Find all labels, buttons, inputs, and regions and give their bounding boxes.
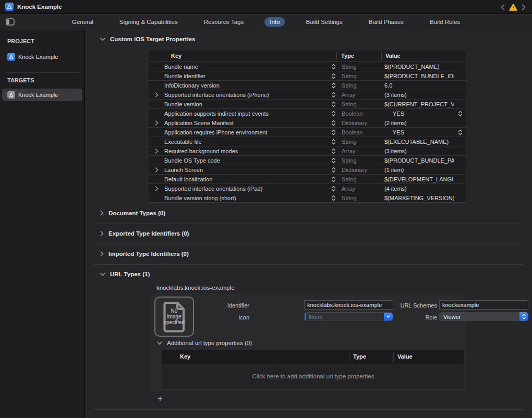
property-value[interactable]: (3 items) — [383, 92, 454, 98]
property-row[interactable]: Required background modes Array (3 items… — [149, 146, 466, 156]
property-type[interactable]: Array — [338, 186, 383, 192]
property-type[interactable]: String — [338, 73, 383, 79]
property-key[interactable]: Application requires iPhone environment — [164, 129, 329, 136]
property-key[interactable]: Bundle name — [164, 64, 329, 70]
disclosure-chevron-icon[interactable] — [149, 186, 164, 191]
section-exported-type-identifiers[interactable]: Exported Type Identifiers (0) — [100, 230, 189, 237]
property-key[interactable]: Supported interface orientations (iPhone… — [164, 92, 329, 98]
key-stepper-icon[interactable] — [329, 110, 338, 117]
property-row[interactable]: Application Scene Manifest Dictionary (2… — [149, 118, 466, 128]
value-stepper-icon[interactable] — [454, 110, 466, 117]
property-key[interactable]: Bundle version — [164, 101, 329, 107]
property-type[interactable]: Array — [338, 148, 383, 154]
property-key[interactable]: Bundle OS Type code — [164, 157, 329, 164]
editor-tab[interactable]: Build Rules — [425, 17, 465, 27]
editor-tab[interactable]: Build Phases — [364, 17, 409, 27]
add-url-type-button[interactable]: + — [155, 395, 165, 404]
value-stepper-icon[interactable] — [454, 129, 466, 136]
key-stepper-icon[interactable] — [329, 82, 338, 89]
property-key[interactable]: Application Scene Manifest — [164, 120, 329, 126]
property-value[interactable]: YES — [383, 129, 454, 136]
property-row[interactable]: Launch Screen Dictionary (1 item) — [149, 165, 466, 175]
key-stepper-icon[interactable] — [329, 139, 338, 145]
navigate-forward-icon[interactable] — [522, 4, 526, 10]
sidebar-item-target[interactable]: Knock Example — [2, 89, 82, 101]
property-type[interactable]: Dictionary — [338, 167, 383, 173]
key-stepper-icon[interactable] — [329, 64, 338, 70]
property-row[interactable]: Bundle name String $(PRODUCT_NAME) — [149, 62, 466, 71]
disclosure-chevron-icon[interactable] — [149, 92, 164, 97]
property-row[interactable]: Application requires iPhone environment … — [149, 128, 466, 137]
property-row[interactable]: Supported interface orientations (iPhone… — [149, 90, 466, 100]
property-value[interactable]: $(MARKETING_VERSION) — [383, 195, 454, 201]
property-key[interactable]: Required background modes — [164, 148, 329, 154]
section-custom-ios-target-properties[interactable]: Custom iOS Target Properties — [100, 36, 195, 42]
property-key[interactable]: InfoDictionary version — [164, 82, 329, 89]
add-property-hint-row[interactable]: Click here to add additional url type pr… — [162, 364, 464, 389]
property-row[interactable]: Bundle version String $(CURRENT_PROJECT_… — [149, 100, 466, 109]
property-value[interactable]: (2 items) — [383, 120, 454, 126]
property-key[interactable]: Application supports indirect input even… — [164, 110, 329, 117]
property-row[interactable]: Bundle version string (short) String $(M… — [149, 193, 466, 203]
property-key[interactable]: Supported interface orientations (iPad) — [164, 186, 329, 192]
role-dropdown[interactable]: Viewer — [439, 312, 528, 321]
disclosure-chevron-icon[interactable] — [149, 149, 164, 154]
sidebar-toggle-icon[interactable] — [5, 18, 15, 26]
warning-badge-icon[interactable] — [509, 4, 517, 11]
property-key[interactable]: Executable file — [164, 139, 329, 145]
editor-tab[interactable]: Signing & Capabilities — [114, 17, 183, 27]
identifier-input[interactable]: knocklabs.knock.ios-example — [304, 300, 393, 310]
property-key[interactable]: Default localization — [164, 176, 329, 182]
property-value[interactable]: 6.0 — [383, 82, 454, 89]
property-type[interactable]: Boolean — [338, 129, 383, 136]
property-type[interactable]: Array — [338, 92, 383, 98]
property-row[interactable]: Executable file String $(EXECUTABLE_NAME… — [149, 137, 466, 146]
key-stepper-icon[interactable] — [329, 157, 338, 164]
section-document-types[interactable]: Document Types (0) — [100, 210, 165, 216]
property-row[interactable]: InfoDictionary version String 6.0 — [149, 81, 466, 90]
property-value[interactable]: $(PRODUCT_NAME) — [383, 64, 454, 70]
property-row[interactable]: Supported interface orientations (iPad) … — [149, 184, 466, 193]
property-key[interactable]: Bundle version string (short) — [164, 195, 329, 201]
key-stepper-icon[interactable] — [329, 195, 338, 201]
key-stepper-icon[interactable] — [329, 176, 338, 182]
property-type[interactable]: Boolean — [338, 110, 383, 117]
key-stepper-icon[interactable] — [329, 92, 338, 98]
property-value[interactable]: $(PRODUCT_BUNDLE_IDENT — [383, 73, 454, 79]
property-row[interactable]: Bundle identifier String $(PRODUCT_BUNDL… — [149, 71, 466, 81]
property-key[interactable]: Launch Screen — [164, 167, 329, 173]
property-value[interactable]: (3 items) — [383, 148, 454, 154]
property-key[interactable]: Bundle identifier — [164, 73, 329, 79]
property-value[interactable]: $(CURRENT_PROJECT_VERS — [383, 101, 454, 107]
navigate-back-icon[interactable] — [501, 4, 505, 10]
editor-tab[interactable]: Resource Tags — [199, 17, 249, 27]
property-value[interactable]: $(DEVELOPMENT_LANGUAGI — [383, 176, 454, 182]
editor-tab[interactable]: General — [67, 17, 99, 27]
property-value[interactable]: $(EXECUTABLE_NAME) — [383, 139, 454, 145]
disclosure-chevron-icon[interactable] — [149, 120, 164, 126]
sidebar-item-project[interactable]: Knock Example — [2, 51, 82, 63]
property-value[interactable]: (1 item) — [383, 167, 454, 173]
property-type[interactable]: String — [338, 157, 383, 164]
key-stepper-icon[interactable] — [329, 167, 338, 173]
section-url-types[interactable]: URL Types (1) — [100, 271, 150, 277]
property-type[interactable]: String — [338, 139, 383, 145]
section-additional-url-type-properties[interactable]: Additional url type properties (0) — [157, 340, 252, 346]
key-stepper-icon[interactable] — [329, 73, 338, 79]
icon-dropdown[interactable]: None — [304, 312, 393, 321]
property-type[interactable]: Dictionary — [338, 120, 383, 126]
property-type[interactable]: String — [338, 64, 383, 70]
key-stepper-icon[interactable] — [329, 120, 338, 126]
key-stepper-icon[interactable] — [329, 129, 338, 136]
url-schemes-input[interactable]: knockexample — [439, 300, 528, 310]
property-type[interactable]: String — [338, 176, 383, 182]
property-row[interactable]: Application supports indirect input even… — [149, 109, 466, 118]
property-value[interactable]: YES — [383, 110, 454, 117]
property-row[interactable]: Default localization String $(DEVELOPMEN… — [149, 175, 466, 184]
property-row[interactable]: Bundle OS Type code String $(PRODUCT_BUN… — [149, 156, 466, 165]
key-stepper-icon[interactable] — [329, 148, 338, 154]
editor-tab[interactable]: Info — [264, 17, 285, 27]
section-imported-type-identifiers[interactable]: Imported Type Identifiers (0) — [100, 251, 189, 257]
key-stepper-icon[interactable] — [329, 186, 338, 192]
editor-tab[interactable]: Build Settings — [300, 17, 347, 27]
